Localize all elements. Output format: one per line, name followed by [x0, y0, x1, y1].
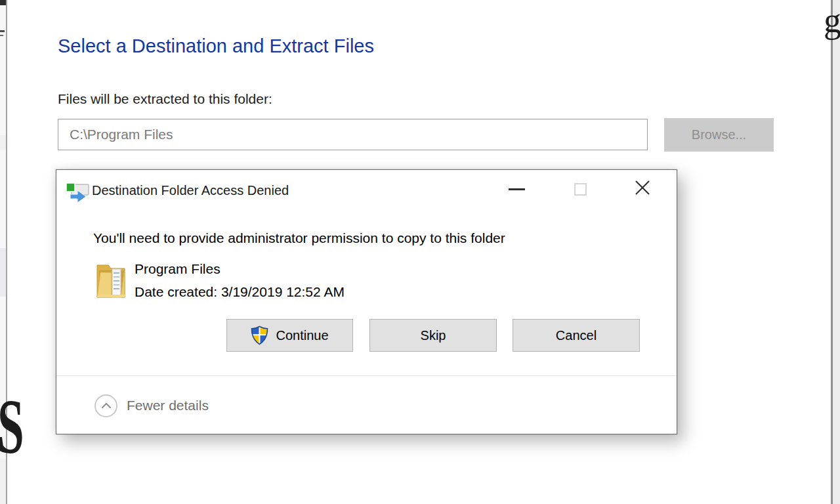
left-edge-band — [0, 248, 6, 297]
access-denied-dialog: Destination Folder Access Denied You'll … — [56, 169, 677, 434]
fewer-details-toggle[interactable]: Fewer details — [85, 389, 218, 422]
folder-icon — [94, 259, 127, 301]
skip-button[interactable]: Skip — [369, 319, 497, 352]
details-separator — [56, 375, 677, 376]
left-edge-mark — [0, 35, 3, 36]
destination-label: Files will be extracted to this folder: — [58, 91, 272, 107]
copy-operation-icon — [66, 182, 92, 205]
left-edge-titlebar — [0, 0, 6, 5]
maximize-icon — [574, 183, 587, 196]
right-window-edge — [833, 0, 840, 504]
left-edge-band — [0, 135, 6, 150]
background-document-letter-s: S — [0, 388, 24, 466]
folder-name: Program Files — [135, 261, 220, 277]
uac-shield-icon — [251, 326, 268, 345]
destination-path-input[interactable] — [58, 119, 648, 150]
browse-button[interactable]: Browse... — [664, 118, 774, 152]
close-icon — [633, 178, 652, 200]
dialog-titlebar[interactable]: Destination Folder Access Denied — [56, 170, 677, 208]
wizard-window-right-border — [831, 0, 833, 504]
maximize-button — [565, 179, 595, 199]
wizard-heading: Select a Destination and Extract Files — [58, 35, 374, 57]
continue-label: Continue — [276, 328, 328, 343]
background-document-letter-g: g — [824, 3, 840, 38]
minimize-icon — [509, 188, 525, 190]
close-button[interactable] — [627, 178, 658, 200]
permission-message: You'll need to provide administrator per… — [93, 230, 505, 246]
cancel-button[interactable]: Cancel — [513, 319, 640, 352]
continue-button[interactable]: Continue — [226, 319, 353, 352]
fewer-details-label: Fewer details — [127, 398, 209, 413]
left-edge-mark — [0, 30, 5, 32]
chevron-up-icon — [94, 394, 117, 417]
dialog-title: Destination Folder Access Denied — [92, 183, 289, 198]
minimize-button[interactable] — [501, 179, 532, 199]
folder-date-created: Date created: 3/19/2019 12:52 AM — [135, 284, 345, 300]
